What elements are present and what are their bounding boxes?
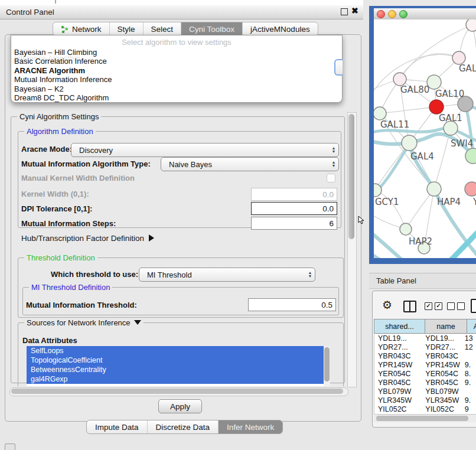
- tab-jactivemnodules[interactable]: jActiveMNodules: [243, 22, 318, 35]
- algorithm-option[interactable]: Mutual Information Inference: [11, 75, 342, 84]
- data-attributes-list[interactable]: SelfLoopsTopologicalCoefficientBetweenne…: [27, 346, 330, 386]
- table-cell: YIL052C: [374, 405, 422, 414]
- network-node-hap4[interactable]: [427, 182, 441, 196]
- tab-infer-network[interactable]: Infer Network: [219, 420, 282, 433]
- mi-threshold-input[interactable]: 0.5: [248, 298, 336, 311]
- document-icon[interactable]: [471, 299, 476, 313]
- settings-horizontal-scroll-thumb[interactable]: [11, 389, 343, 394]
- network-node[interactable]: [466, 19, 476, 31]
- table-row[interactable]: YBL079WYBL079W: [374, 387, 476, 396]
- network-window[interactable]: GALGAL80GAL10GAL1GAL11SWI4GAL4GCY1HAP4YH…: [369, 6, 476, 264]
- network-node-gal1[interactable]: [429, 100, 444, 114]
- table-row[interactable]: YPR145WYPR145W9.: [374, 361, 476, 370]
- tab-discretize-data[interactable]: Discretize Data: [148, 420, 219, 433]
- which-threshold-select[interactable]: MI Threshold ▲▼: [139, 268, 315, 282]
- unchecked-box-icon[interactable]: [457, 302, 465, 310]
- network-graph: GALGAL80GAL10GAL1GAL11SWI4GAL4GCY1HAP4YH…: [374, 19, 476, 258]
- network-canvas[interactable]: GALGAL80GAL10GAL1GAL11SWI4GAL4GCY1HAP4YH…: [374, 19, 476, 258]
- tab-impute-data[interactable]: Impute Data: [87, 420, 148, 433]
- table-cell: [461, 387, 476, 396]
- mi-steps-input[interactable]: 6: [251, 217, 337, 230]
- table-cell: YPR145W: [422, 361, 461, 370]
- gear-icon[interactable]: ⚙: [382, 299, 392, 311]
- unchecked-box-icon[interactable]: [447, 302, 455, 310]
- aracne-mode-select[interactable]: Discovery ▲▼: [71, 143, 339, 157]
- sources-title[interactable]: Sources for Network Inference: [24, 318, 144, 327]
- column-header-partial[interactable]: A: [467, 319, 476, 334]
- network-node-gal4[interactable]: [402, 135, 417, 151]
- network-node-swi4[interactable]: [465, 148, 476, 164]
- checked-box-icon[interactable]: ✓: [425, 302, 432, 310]
- table-row[interactable]: YER054CYER054C8.: [374, 370, 476, 379]
- tab-style[interactable]: Style: [110, 22, 144, 35]
- table-row[interactable]: YIL052CYIL052C9: [374, 405, 476, 414]
- minimize-traffic-light-icon[interactable]: [388, 10, 396, 18]
- kernel-width-label: Kernel Width (0,1):: [21, 190, 89, 198]
- screen: { "window": { "title": "Control Panel", …: [0, 0, 476, 450]
- split-table-icon[interactable]: [403, 301, 416, 312]
- dpi-tolerance-label: DPI Tolerance [0,1]:: [21, 204, 92, 213]
- settings-scroll-area: Cyni Algorithm Settings Algorithm Defini…: [9, 112, 346, 386]
- float-window-icon[interactable]: [341, 8, 348, 15]
- data-attribute-item[interactable]: gal4RGexp: [27, 374, 330, 384]
- table-cell: YIL052C: [422, 405, 461, 414]
- table-rows[interactable]: YDL19...YDL19...13YDR27...YDR27...12YBR0…: [374, 334, 476, 414]
- network-node-hap2[interactable]: [400, 223, 412, 235]
- tab-jactivemnodules-label: jActiveMNodules: [250, 25, 310, 34]
- table-row[interactable]: YDL19...YDL19...13: [374, 334, 476, 343]
- data-attribute-item[interactable]: SelfLoops: [27, 346, 330, 356]
- bottom-left-widget[interactable]: [5, 444, 15, 450]
- network-node-y[interactable]: [465, 182, 476, 196]
- table-row[interactable]: YLR345WYLR345W9.: [374, 396, 476, 405]
- sources-title-label: Sources for Network Inference: [27, 318, 131, 327]
- table-cell: 9: [461, 405, 476, 414]
- algorithm-option[interactable]: Bayesian – K2: [11, 84, 342, 93]
- attr-list-scroll-thumb[interactable]: [324, 347, 330, 381]
- manual-kernel-checkbox[interactable]: [327, 174, 335, 182]
- hub-definition-expander[interactable]: Hub/Transcription Factor Definition: [21, 234, 154, 243]
- kernel-width-input[interactable]: 0.0: [251, 188, 337, 201]
- data-attributes-label: Data Attributes: [22, 336, 77, 345]
- algorithm-dropdown[interactable]: Inference Algorithm Select algorithm to …: [11, 35, 343, 103]
- collapse-down-icon: [134, 320, 141, 325]
- column-header-shared-name[interactable]: shared...: [374, 319, 425, 334]
- close-traffic-light-icon[interactable]: [377, 10, 385, 18]
- attr-list-scrollbar[interactable]: [324, 346, 330, 386]
- algorithm-option[interactable]: ARACNE Algorithm: [11, 66, 342, 75]
- tab-network[interactable]: Network: [53, 22, 110, 35]
- cyni-algorithm-settings-title: Cyni Algorithm Settings: [17, 112, 101, 121]
- tab-select[interactable]: Select: [144, 22, 182, 35]
- algorithm-option[interactable]: Dream8 DC_TDC Algorithm: [11, 93, 342, 102]
- data-attribute-item[interactable]: TopologicalCoefficient: [27, 356, 330, 365]
- table-horizontal-scrollbar[interactable]: [374, 414, 476, 422]
- close-window-icon[interactable]: ✖: [351, 6, 358, 15]
- aracne-mode-value: Discovery: [71, 146, 329, 155]
- network-node-gal11[interactable]: [374, 107, 386, 120]
- settings-vertical-scroll-thumb[interactable]: [348, 114, 354, 239]
- control-panel-titlebar: Control Panel: [0, 5, 363, 19]
- data-attribute-item[interactable]: BetweennessCentrality: [27, 365, 330, 374]
- table-cell: YBR045C: [422, 379, 461, 387]
- network-node-label: GAL1: [439, 113, 462, 123]
- table-row[interactable]: YDR27...YDR27...12: [374, 343, 476, 352]
- mi-type-select[interactable]: Naive Bayes ▲▼: [161, 157, 339, 171]
- table-cell: 13: [461, 334, 476, 343]
- network-node-gal80[interactable]: [393, 73, 406, 86]
- table-horizontal-scroll-thumb[interactable]: [376, 416, 468, 421]
- zoom-traffic-light-icon[interactable]: [399, 10, 407, 18]
- tab-cyni-toolbox[interactable]: Cyni Toolbox: [181, 22, 243, 35]
- table-row[interactable]: YBR043CYBR043C: [374, 352, 476, 361]
- tab-cyni-toolbox-label: Cyni Toolbox: [189, 25, 234, 34]
- network-node-label: SWI4: [451, 138, 473, 149]
- apply-button[interactable]: Apply: [158, 399, 202, 413]
- network-node-label: GAL80: [400, 84, 429, 95]
- table-panel: ⚙ ✓ ✓ shared... name A YDL19...YDL19...1…: [372, 291, 476, 428]
- tab-select-label: Select: [151, 25, 174, 34]
- dpi-tolerance-input[interactable]: 0.0: [251, 202, 337, 215]
- column-header-name[interactable]: name: [425, 319, 467, 334]
- network-node-gal[interactable]: [452, 51, 465, 64]
- table-row[interactable]: YBR045CYBR045C9.: [374, 379, 476, 387]
- checked-box-icon[interactable]: ✓: [435, 302, 442, 310]
- manual-kernel-label: Manual Kernel Width Definition: [21, 174, 135, 182]
- table-cell: 9.: [461, 361, 476, 370]
